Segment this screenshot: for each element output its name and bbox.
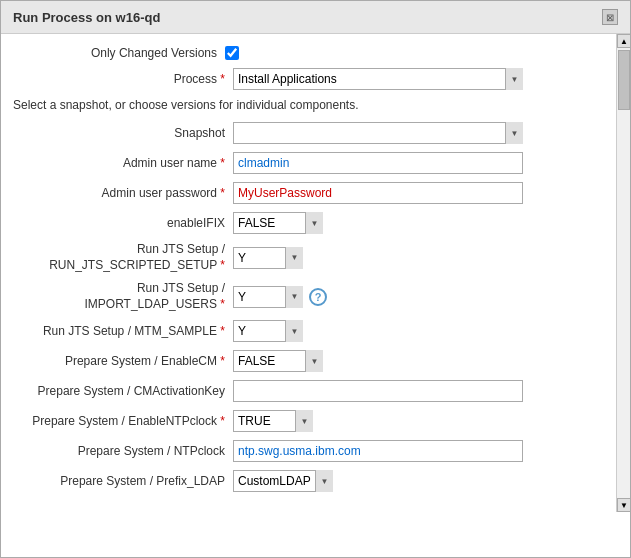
admin-password-label: Admin user password xyxy=(13,186,233,200)
prepare-ntp-select[interactable]: TRUE FALSE xyxy=(233,410,313,432)
prepare-enablecm-row: Prepare System / EnableCM FALSE TRUE ▼ xyxy=(13,350,610,372)
prepare-enablecm-select[interactable]: FALSE TRUE xyxy=(233,350,323,372)
process-row: Process Install Applications ▼ xyxy=(13,68,610,90)
prepare-enablecm-select-wrapper: FALSE TRUE ▼ xyxy=(233,350,323,372)
process-label: Process xyxy=(13,72,233,86)
process-select-wrapper: Install Applications ▼ xyxy=(233,68,523,90)
admin-user-row: Admin user name xyxy=(13,152,610,174)
close-icon: ⊠ xyxy=(606,12,614,23)
run-jts-ldap-label: Run JTS Setup /IMPORT_LDAP_USERS xyxy=(13,281,233,312)
prepare-prefix-ldap-select-wrapper: CustomLDAP ▼ xyxy=(233,470,333,492)
run-jts-mtm-select-wrapper: Y N ▼ xyxy=(233,320,303,342)
scrollbar-down-arrow[interactable]: ▼ xyxy=(617,498,631,512)
enable-ifix-label: enableIFIX xyxy=(13,216,233,230)
run-jts-ldap-row: Run JTS Setup /IMPORT_LDAP_USERS Y N ▼ ? xyxy=(13,281,610,312)
run-jts-mtm-select[interactable]: Y N xyxy=(233,320,303,342)
prepare-cmkey-label: Prepare System / CMActivationKey xyxy=(13,384,233,398)
dialog-content: Only Changed Versions Process Install Ap… xyxy=(1,34,630,512)
admin-user-label: Admin user name xyxy=(13,156,233,170)
admin-password-row: Admin user password xyxy=(13,182,610,204)
prepare-prefix-ldap-select[interactable]: CustomLDAP xyxy=(233,470,333,492)
scrollbar-up-arrow[interactable]: ▲ xyxy=(617,34,631,48)
prepare-ntp-select-wrapper: TRUE FALSE ▼ xyxy=(233,410,313,432)
snapshot-row: Snapshot ▼ xyxy=(13,122,610,144)
run-jts-mtm-row: Run JTS Setup / MTM_SAMPLE Y N ▼ xyxy=(13,320,610,342)
prepare-prefix-ldap-label: Prepare System / Prefix_LDAP xyxy=(13,474,233,488)
prepare-ntp-label: Prepare System / EnableNTPclock xyxy=(13,414,233,428)
prepare-ntp-row: Prepare System / EnableNTPclock TRUE FAL… xyxy=(13,410,610,432)
run-jts-setup-row: Run JTS Setup /RUN_JTS_SCRIPTED_SETUP Y … xyxy=(13,242,610,273)
prepare-ntpclock-input[interactable] xyxy=(233,440,523,462)
close-button[interactable]: ⊠ xyxy=(602,9,618,25)
prepare-ntpclock-label: Prepare System / NTPclock xyxy=(13,444,233,458)
scrollbar-thumb[interactable] xyxy=(618,50,630,110)
run-jts-setup-select[interactable]: Y N xyxy=(233,247,303,269)
snapshot-select-wrapper: ▼ xyxy=(233,122,523,144)
title-bar: Run Process on w16-qd ⊠ xyxy=(1,1,630,34)
only-changed-row: Only Changed Versions xyxy=(13,46,610,60)
run-jts-ldap-select-wrapper: Y N ▼ xyxy=(233,286,303,308)
snapshot-label: Snapshot xyxy=(13,126,233,140)
run-jts-setup-label: Run JTS Setup /RUN_JTS_SCRIPTED_SETUP xyxy=(13,242,233,273)
enable-ifix-row: enableIFIX FALSE TRUE ▼ xyxy=(13,212,610,234)
prepare-enablecm-label: Prepare System / EnableCM xyxy=(13,354,233,368)
admin-user-input[interactable] xyxy=(233,152,523,174)
run-process-dialog: Run Process on w16-qd ⊠ Only Changed Ver… xyxy=(0,0,631,558)
scrollbar: ▲ ▼ xyxy=(616,34,630,512)
description-text: Select a snapshot, or choose versions fo… xyxy=(13,98,610,112)
prepare-cmkey-row: Prepare System / CMActivationKey xyxy=(13,380,610,402)
prepare-cmkey-input[interactable] xyxy=(233,380,523,402)
info-icon[interactable]: ? xyxy=(309,288,327,306)
only-changed-checkbox[interactable] xyxy=(225,46,239,60)
prepare-prefix-ldap-row: Prepare System / Prefix_LDAP CustomLDAP … xyxy=(13,470,610,492)
enable-ifix-select[interactable]: FALSE TRUE xyxy=(233,212,323,234)
admin-password-input[interactable] xyxy=(233,182,523,204)
only-changed-label: Only Changed Versions xyxy=(25,46,225,60)
prepare-ntpclock-row: Prepare System / NTPclock xyxy=(13,440,610,462)
dialog-title: Run Process on w16-qd xyxy=(13,10,160,25)
run-jts-ldap-select[interactable]: Y N xyxy=(233,286,303,308)
enable-ifix-select-wrapper: FALSE TRUE ▼ xyxy=(233,212,323,234)
run-jts-setup-select-wrapper: Y N ▼ xyxy=(233,247,303,269)
process-select[interactable]: Install Applications xyxy=(233,68,523,90)
snapshot-select[interactable] xyxy=(233,122,523,144)
run-jts-mtm-label: Run JTS Setup / MTM_SAMPLE xyxy=(13,324,233,338)
